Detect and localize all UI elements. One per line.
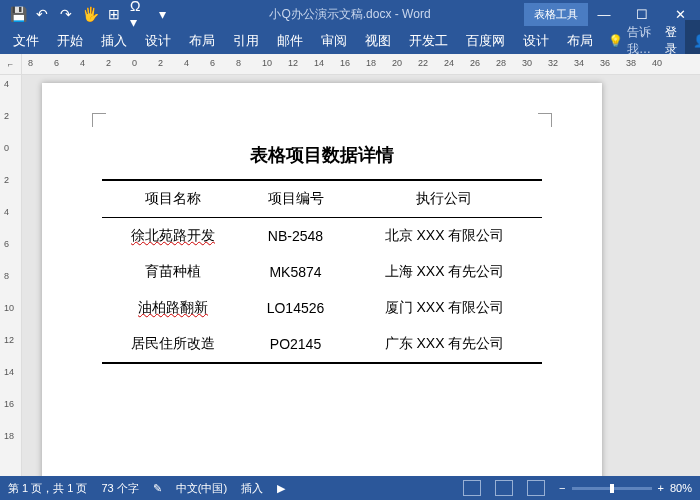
view-print-icon[interactable] — [495, 480, 513, 496]
table-cell[interactable]: 厦门 XXX 有限公司 — [347, 290, 542, 326]
table-row: 育苗种植MK5874上海 XXX 有先公司 — [102, 254, 542, 290]
horizontal-ruler[interactable]: 8642024681012141618202224262830323436384… — [22, 54, 700, 74]
horizontal-ruler-area: ⌐ 86420246810121416182022242628303234363… — [0, 54, 700, 75]
tell-me[interactable]: 💡 告诉我… — [602, 24, 657, 58]
table-cell[interactable]: 广东 XXX 有先公司 — [347, 326, 542, 363]
zoom-slider[interactable] — [572, 487, 652, 490]
table-cell[interactable]: LO14526 — [244, 290, 347, 326]
margin-mark — [538, 113, 552, 127]
ribbon-tab[interactable]: 布局 — [558, 28, 602, 54]
ribbon-tab[interactable]: 邮件 — [268, 28, 312, 54]
lightbulb-icon: 💡 — [608, 34, 623, 48]
ribbon-tab[interactable]: 设计 — [514, 28, 558, 54]
document-heading: 表格项目数据详情 — [102, 123, 542, 179]
page-viewport[interactable]: 表格项目数据详情 项目名称项目编号执行公司 徐北苑路开发NB-2548北京 XX… — [22, 75, 700, 476]
zoom-control: − + 80% — [559, 482, 692, 494]
ribbon-tab[interactable]: 布局 — [180, 28, 224, 54]
table-header-row: 项目名称项目编号执行公司 — [102, 180, 542, 218]
status-bar: 第 1 页，共 1 页 73 个字 ✎ 中文(中国) 插入 ▶ − + 80% — [0, 476, 700, 500]
undo-icon[interactable]: ↶ — [34, 6, 50, 22]
table-cell[interactable]: MK5874 — [244, 254, 347, 290]
ribbon-tabs: 文件开始插入设计布局引用邮件审阅视图开发工百度网设计布局 💡 告诉我… 登录 👤… — [0, 28, 700, 54]
table-header-cell: 项目编号 — [244, 180, 347, 218]
table-cell[interactable]: 徐北苑路开发 — [102, 218, 244, 255]
ribbon-tab[interactable]: 插入 — [92, 28, 136, 54]
contextual-tab-label: 表格工具 — [524, 3, 588, 26]
table-cell[interactable]: 北京 XXX 有限公司 — [347, 218, 542, 255]
quick-access-toolbar: 💾 ↶ ↷ 🖐 ⊞ Ω ▾ ▾ — [4, 6, 176, 22]
vertical-ruler[interactable]: 42024681012141618 — [0, 75, 22, 476]
title-bar: 💾 ↶ ↷ 🖐 ⊞ Ω ▾ ▾ 小Q办公演示文稿.docx - Word 表格工… — [0, 0, 700, 28]
table-cell[interactable]: 上海 XXX 有先公司 — [347, 254, 542, 290]
ribbon-tab[interactable]: 开始 — [48, 28, 92, 54]
table-body: 徐北苑路开发NB-2548北京 XXX 有限公司育苗种植MK5874上海 XXX… — [102, 218, 542, 364]
page: 表格项目数据详情 项目名称项目编号执行公司 徐北苑路开发NB-2548北京 XX… — [42, 83, 602, 476]
word-count[interactable]: 73 个字 — [101, 481, 138, 496]
ribbon-tab[interactable]: 视图 — [356, 28, 400, 54]
table-cell[interactable]: 居民住所改造 — [102, 326, 244, 363]
insert-mode[interactable]: 插入 — [241, 481, 263, 496]
table-cell[interactable]: 育苗种植 — [102, 254, 244, 290]
minimize-icon[interactable]: — — [588, 2, 620, 26]
share-icon: 👤 — [693, 34, 700, 48]
ribbon-tab[interactable]: 百度网 — [457, 28, 514, 54]
table-header-cell: 执行公司 — [347, 180, 542, 218]
language-indicator[interactable]: 中文(中国) — [176, 481, 227, 496]
redo-icon[interactable]: ↷ — [58, 6, 74, 22]
save-icon[interactable]: 💾 — [10, 6, 26, 22]
window-title: 小Q办公演示文稿.docx - Word — [176, 6, 524, 23]
view-web-icon[interactable] — [527, 480, 545, 496]
margin-mark — [92, 113, 106, 127]
zoom-level[interactable]: 80% — [670, 482, 692, 494]
table-cell[interactable]: 油柏路翻新 — [102, 290, 244, 326]
maximize-icon[interactable]: ☐ — [626, 2, 658, 26]
table-cell[interactable]: PO2145 — [244, 326, 347, 363]
qat-more-icon[interactable]: ▾ — [154, 6, 170, 22]
ribbon-tab[interactable]: 审阅 — [312, 28, 356, 54]
zoom-out-button[interactable]: − — [559, 482, 565, 494]
data-table[interactable]: 项目名称项目编号执行公司 徐北苑路开发NB-2548北京 XXX 有限公司育苗种… — [102, 179, 542, 364]
ruler-corner: ⌐ — [0, 54, 22, 74]
macro-icon[interactable]: ▶ — [277, 482, 285, 495]
page-indicator[interactable]: 第 1 页，共 1 页 — [8, 481, 87, 496]
table-row: 徐北苑路开发NB-2548北京 XXX 有限公司 — [102, 218, 542, 255]
table-icon[interactable]: ⊞ — [106, 6, 122, 22]
ribbon-tab[interactable]: 设计 — [136, 28, 180, 54]
zoom-in-button[interactable]: + — [658, 482, 664, 494]
ribbon-tab[interactable]: 文件 — [4, 28, 48, 54]
ribbon-tab[interactable]: 引用 — [224, 28, 268, 54]
spellcheck-icon[interactable]: ✎ — [153, 482, 162, 495]
view-read-icon[interactable] — [463, 480, 481, 496]
table-row: 居民住所改造PO2145广东 XXX 有先公司 — [102, 326, 542, 363]
ribbon-tab[interactable]: 开发工 — [400, 28, 457, 54]
touch-mode-icon[interactable]: 🖐 — [82, 6, 98, 22]
table-row: 油柏路翻新LO14526厦门 XXX 有限公司 — [102, 290, 542, 326]
symbol-icon[interactable]: Ω ▾ — [130, 6, 146, 22]
tell-me-text: 告诉我… — [627, 24, 651, 58]
table-header-cell: 项目名称 — [102, 180, 244, 218]
document-area: 42024681012141618 表格项目数据详情 项目名称项目编号执行公司 … — [0, 75, 700, 476]
zoom-thumb[interactable] — [610, 484, 614, 493]
table-cell[interactable]: NB-2548 — [244, 218, 347, 255]
